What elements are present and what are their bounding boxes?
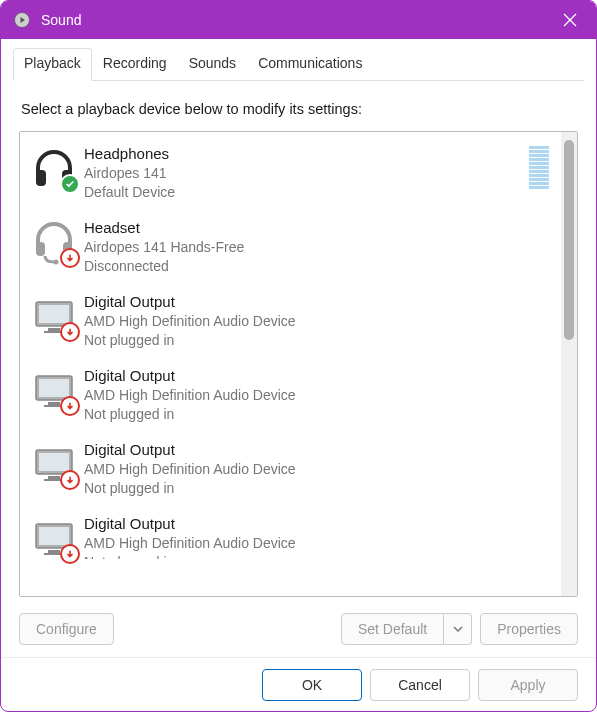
device-status: Disconnected xyxy=(84,257,549,276)
svg-rect-5 xyxy=(36,242,45,256)
device-text: Digital Output AMD High Definition Audio… xyxy=(84,292,549,350)
down-arrow-badge-icon xyxy=(60,248,80,268)
device-list: Headphones Airdopes 141 Default Device xyxy=(19,131,578,597)
device-row[interactable]: Digital Output AMD High Definition Audio… xyxy=(20,434,561,508)
sound-app-icon xyxy=(13,11,31,29)
headphones-icon xyxy=(30,144,78,192)
sound-dialog: Sound Playback Recording Sounds Communic… xyxy=(0,0,597,712)
dialog-content: Playback Recording Sounds Communications… xyxy=(1,39,596,657)
svg-rect-22 xyxy=(48,550,60,553)
device-sub: AMD High Definition Audio Device xyxy=(84,386,549,405)
tab-communications[interactable]: Communications xyxy=(247,48,373,81)
configure-button[interactable]: Configure xyxy=(19,613,114,645)
device-row[interactable]: Headset Airdopes 141 Hands-Free Disconne… xyxy=(20,212,561,286)
device-sub: AMD High Definition Audio Device xyxy=(84,534,549,553)
device-row[interactable]: Digital Output AMD High Definition Audio… xyxy=(20,360,561,434)
device-sub: Airdopes 141 xyxy=(84,164,523,183)
dialog-footer: OK Cancel Apply xyxy=(1,657,596,711)
device-name: Headset xyxy=(84,218,549,238)
device-row[interactable]: Digital Output AMD High Definition Audio… xyxy=(20,508,561,562)
svg-rect-13 xyxy=(39,379,69,397)
properties-button[interactable]: Properties xyxy=(480,613,578,645)
device-list-viewport[interactable]: Headphones Airdopes 141 Default Device xyxy=(20,132,561,596)
set-default-dropdown[interactable] xyxy=(444,613,472,645)
svg-rect-17 xyxy=(39,453,69,471)
device-text: Digital Output AMD High Definition Audio… xyxy=(84,366,549,424)
tab-sounds[interactable]: Sounds xyxy=(178,48,247,81)
device-text: Digital Output AMD High Definition Audio… xyxy=(84,514,549,559)
down-arrow-badge-icon xyxy=(60,396,80,416)
instruction-text: Select a playback device below to modify… xyxy=(21,101,576,117)
device-name: Digital Output xyxy=(84,292,549,312)
device-name: Headphones xyxy=(84,144,523,164)
monitor-icon xyxy=(30,514,78,562)
tab-playback[interactable]: Playback xyxy=(13,48,92,81)
scrollbar[interactable] xyxy=(561,132,577,596)
device-name: Digital Output xyxy=(84,440,549,460)
svg-rect-3 xyxy=(36,170,46,186)
ok-button[interactable]: OK xyxy=(262,669,362,701)
device-name: Digital Output xyxy=(84,514,549,534)
device-sub: Airdopes 141 Hands-Free xyxy=(84,238,549,257)
device-text: Headphones Airdopes 141 Default Device xyxy=(84,144,523,202)
tab-strip: Playback Recording Sounds Communications xyxy=(13,47,584,81)
monitor-icon xyxy=(30,292,78,340)
svg-point-7 xyxy=(54,260,59,265)
scrollbar-thumb[interactable] xyxy=(564,140,574,340)
titlebar: Sound xyxy=(1,1,596,39)
set-default-split-button: Set Default xyxy=(341,613,472,645)
svg-rect-18 xyxy=(48,476,60,479)
device-status: Not plugged in xyxy=(84,479,549,498)
set-default-button[interactable]: Set Default xyxy=(341,613,444,645)
action-row: Configure Set Default Properties xyxy=(19,613,578,645)
chevron-down-icon xyxy=(453,624,463,634)
window-title: Sound xyxy=(41,12,544,28)
device-status: Not plugged in xyxy=(84,405,549,424)
device-row[interactable]: Headphones Airdopes 141 Default Device xyxy=(20,138,561,212)
svg-rect-10 xyxy=(48,328,60,331)
apply-button[interactable]: Apply xyxy=(478,669,578,701)
svg-rect-14 xyxy=(48,402,60,405)
down-arrow-badge-icon xyxy=(60,322,80,342)
svg-rect-21 xyxy=(39,527,69,545)
device-sub: AMD High Definition Audio Device xyxy=(84,312,549,331)
cancel-button[interactable]: Cancel xyxy=(370,669,470,701)
device-row[interactable]: Digital Output AMD High Definition Audio… xyxy=(20,286,561,360)
monitor-icon xyxy=(30,440,78,488)
device-name: Digital Output xyxy=(84,366,549,386)
close-button[interactable] xyxy=(544,1,596,39)
svg-rect-9 xyxy=(39,305,69,323)
monitor-icon xyxy=(30,366,78,414)
level-meter xyxy=(529,146,549,189)
device-sub: AMD High Definition Audio Device xyxy=(84,460,549,479)
headset-icon xyxy=(30,218,78,266)
device-text: Headset Airdopes 141 Hands-Free Disconne… xyxy=(84,218,549,276)
device-status: Default Device xyxy=(84,183,523,202)
device-text: Digital Output AMD High Definition Audio… xyxy=(84,440,549,498)
device-status: Not plugged in xyxy=(84,331,549,350)
down-arrow-badge-icon xyxy=(60,470,80,490)
check-badge-icon xyxy=(60,174,80,194)
tab-recording[interactable]: Recording xyxy=(92,48,178,81)
device-status: Not plugged in xyxy=(84,553,549,559)
